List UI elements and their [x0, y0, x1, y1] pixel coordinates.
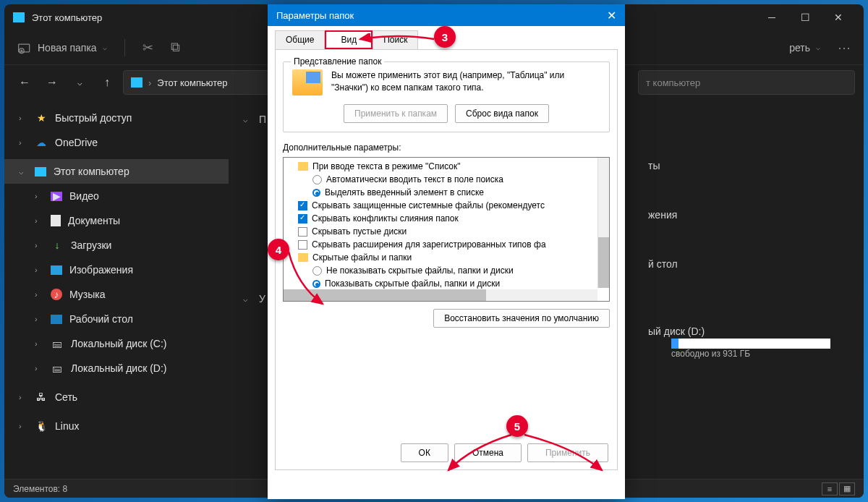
- sidebar-item-pictures[interactable]: ›Изображения: [4, 258, 229, 282]
- pc-icon: [131, 77, 142, 88]
- view-icons-button[interactable]: ▦: [839, 482, 855, 495]
- radio-icon[interactable]: [312, 280, 320, 288]
- folder-options-dialog: Параметры папок ✕ Общие Вид Поиск Предст…: [268, 4, 625, 499]
- list-item[interactable]: Не показывать скрытые файлы, папки и дис…: [284, 264, 609, 277]
- sidebar-item-music[interactable]: ›♪Музыка: [4, 282, 229, 307]
- list-item[interactable]: Показывать скрытые файлы, папки и диски: [284, 277, 609, 290]
- disk-usage-bar: [671, 339, 830, 349]
- sidebar-item-video[interactable]: ›▶Видео: [4, 184, 229, 208]
- new-folder-button[interactable]: Новая папка ⌵: [17, 41, 107, 55]
- dialog-title: Параметры папок: [276, 10, 354, 21]
- sidebar-item-downloads[interactable]: ›↓Загрузки: [4, 233, 229, 258]
- list-item[interactable]: Скрывать защищенные системные файлы (рек…: [284, 199, 609, 212]
- sidebar-item-quick-access[interactable]: ›★Быстрый доступ: [4, 106, 229, 130]
- apply-to-folders-button[interactable]: Применить к папкам: [344, 104, 448, 123]
- tab-general[interactable]: Общие: [275, 30, 325, 49]
- folder-icon: [292, 69, 323, 95]
- item-count: Элементов: 8: [13, 484, 67, 494]
- checkbox-icon[interactable]: [298, 227, 307, 237]
- list-item[interactable]: Скрывать расширения для зарегистрированн…: [284, 238, 609, 251]
- disk-d-label[interactable]: ый диск (D:): [648, 326, 849, 337]
- list-item[interactable]: Скрытые файлы и папки: [284, 251, 609, 264]
- vertical-scrollbar[interactable]: [597, 158, 609, 288]
- close-button[interactable]: ✕: [822, 6, 855, 29]
- more-icon[interactable]: ⋯: [838, 40, 851, 56]
- apply-button[interactable]: Применить: [527, 443, 608, 462]
- sidebar-item-network[interactable]: ›🖧Сеть: [4, 385, 229, 409]
- radio-icon[interactable]: [312, 189, 320, 197]
- sidebar-item-linux[interactable]: ›🐧Linux: [4, 414, 229, 438]
- list-item[interactable]: Скрывать пустые диски: [284, 225, 609, 238]
- minimize-button[interactable]: ─: [755, 6, 788, 29]
- annotation-marker-5: 5: [506, 415, 528, 437]
- up-button[interactable]: ↑: [95, 76, 119, 89]
- chevron-down-icon: ⌵: [816, 43, 820, 51]
- advanced-label: Дополнительные параметры:: [283, 142, 610, 153]
- new-folder-icon: [17, 41, 32, 55]
- folder-views-text: Вы можете применить этот вид (например, …: [331, 69, 600, 94]
- annotation-marker-4: 4: [268, 239, 289, 260]
- dialog-titlebar: Параметры папок ✕: [268, 4, 625, 26]
- chevron-down-icon[interactable]: ⌵: [68, 78, 91, 88]
- annotation-marker-3: 3: [434, 26, 456, 48]
- sidebar-item-disk-c[interactable]: ›🖴Локальный диск (C:): [4, 331, 229, 356]
- pc-icon: [13, 12, 25, 22]
- sidebar-item-desktop[interactable]: ›Рабочий стол: [4, 307, 229, 331]
- checkbox-icon[interactable]: [298, 240, 307, 250]
- list-item[interactable]: Скрывать конфликты слияния папок: [284, 212, 609, 225]
- folder-icon: [298, 162, 308, 171]
- cut-icon[interactable]: ✂: [142, 40, 153, 56]
- list-item[interactable]: При вводе текста в режиме "Список": [284, 160, 609, 173]
- sidebar-item-this-pc[interactable]: ⌵Этот компьютер: [4, 159, 229, 184]
- advanced-settings-list[interactable]: При вводе текста в режиме "Список" Автом…: [283, 157, 610, 302]
- sidebar-item-documents[interactable]: ›Документы: [4, 208, 229, 233]
- horizontal-scrollbar[interactable]: [284, 289, 597, 301]
- chevron-down-icon: ⌵: [103, 43, 107, 51]
- search-input[interactable]: т компьютер: [638, 70, 855, 95]
- dialog-close-button[interactable]: ✕: [607, 9, 616, 22]
- disk-info: свободно из 931 ГБ: [671, 349, 849, 359]
- reset-folders-button[interactable]: Сброс вида папок: [455, 104, 549, 123]
- view-details-button[interactable]: ≡: [822, 482, 838, 495]
- checkbox-icon[interactable]: [298, 201, 307, 210]
- radio-icon[interactable]: [312, 266, 322, 276]
- tab-view[interactable]: Вид: [325, 30, 373, 49]
- folder-views-group: Представление папок Вы можете применить …: [283, 61, 610, 132]
- view-menu[interactable]: реть ⌵: [789, 42, 820, 54]
- sidebar-item-onedrive[interactable]: ›☁OneDrive: [4, 130, 229, 155]
- tab-search[interactable]: Поиск: [373, 30, 418, 49]
- copy-icon[interactable]: ⧉: [171, 40, 180, 55]
- ok-button[interactable]: ОК: [401, 443, 448, 462]
- forward-button[interactable]: →: [41, 76, 64, 89]
- checkbox-icon[interactable]: [298, 214, 307, 224]
- sidebar-item-disk-d[interactable]: ›🖴Локальный диск (D:): [4, 356, 229, 380]
- maximize-button[interactable]: ☐: [788, 6, 822, 29]
- cancel-button[interactable]: Отмена: [454, 443, 522, 462]
- radio-icon[interactable]: [312, 175, 322, 184]
- list-item[interactable]: Автоматически вводить текст в поле поиск…: [284, 173, 609, 186]
- restore-defaults-button[interactable]: Восстановить значения по умолчанию: [433, 309, 610, 328]
- sidebar: ›★Быстрый доступ ›☁OneDrive ⌵Этот компью…: [4, 100, 229, 479]
- back-button[interactable]: ←: [13, 76, 36, 89]
- folder-icon: [298, 253, 308, 262]
- list-item[interactable]: Выделять введенный элемент в списке: [284, 186, 609, 199]
